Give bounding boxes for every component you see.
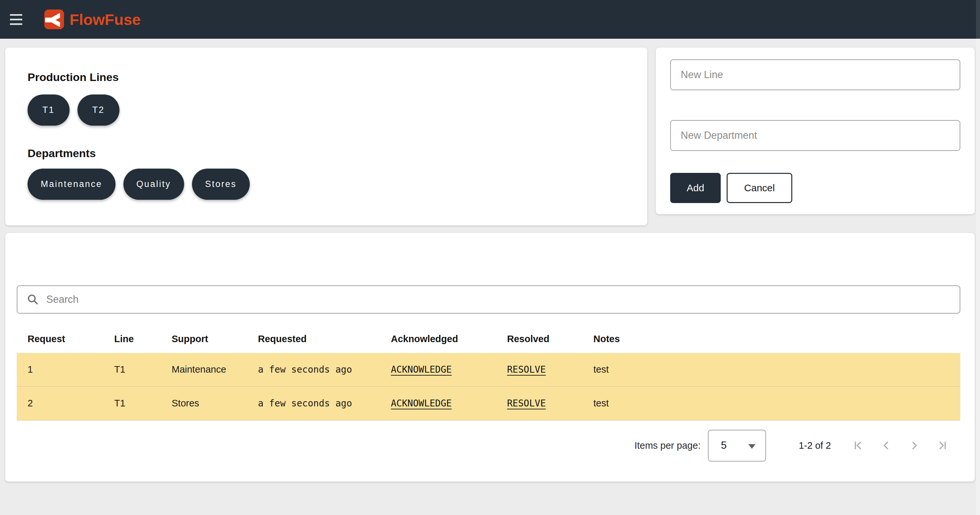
chip-quality[interactable]: Quality [123,168,184,200]
new-line-input[interactable] [670,59,960,90]
chip-t1[interactable]: T1 [27,94,70,126]
caret-down-icon [748,444,756,449]
app-title: FlowFuse [70,11,141,29]
pagination-controls [852,440,948,451]
search-input[interactable] [46,286,960,313]
hamburger-icon [10,14,22,16]
acknowledge-link[interactable]: ACKNOWLEDGE [391,364,452,375]
add-button[interactable]: Add [670,173,721,203]
new-department-input[interactable] [670,120,960,151]
resolve-link[interactable]: RESOLVE [507,364,546,375]
last-page-icon [937,440,948,451]
last-page-button[interactable] [937,440,948,451]
chevron-right-icon [909,440,920,451]
next-page-button[interactable] [908,440,920,451]
table-footer: Items per page: 5 1-2 of 2 [635,429,948,462]
scrollbar-track[interactable] [976,39,980,515]
cell-request: 2 [17,398,103,409]
form-buttons: Add Cancel [670,173,960,203]
first-page-icon [852,440,864,451]
chip-maintenance[interactable]: Maintenance [27,168,116,200]
acknowledge-link[interactable]: ACKNOWLEDGE [391,398,452,409]
cell-request: 1 [17,364,103,375]
column-header-requested: Requested [247,334,380,345]
items-per-page-value: 5 [721,440,727,451]
production-lines-card: Production Lines T1 T2 Departments Maint… [5,48,647,225]
column-header-request: Request [17,334,103,345]
resolve-link[interactable]: RESOLVE [507,398,546,409]
requests-table-card: Request Line Support Requested Acknowled… [5,233,975,482]
cell-notes: test [582,364,960,375]
column-header-line: Line [103,334,161,345]
chip-t2[interactable]: T2 [78,94,119,126]
page-range-label: 1-2 of 2 [799,440,831,451]
magnifier-icon [27,293,39,306]
department-chip-row: Maintenance Quality Stores [27,168,647,200]
app-header: FlowFuse [0,0,980,39]
column-header-support: Support [161,334,247,345]
scrollbar-header-strip [976,0,980,39]
first-page-button[interactable] [852,440,864,451]
cell-line: T1 [103,364,161,375]
production-lines-title: Production Lines [27,70,647,84]
menu-button[interactable] [10,13,23,26]
flowfuse-logo: FlowFuse [44,9,141,30]
table-header-row: Request Line Support Requested Acknowled… [17,325,960,353]
line-chip-row: T1 T2 [27,94,647,126]
items-per-page-select[interactable]: 5 [708,430,766,461]
cancel-button[interactable]: Cancel [727,173,792,203]
cell-support: Stores [161,398,247,409]
table-body: 1 T1 Maintenance a few seconds ago ACKNO… [17,353,960,421]
table-row: 2 T1 Stores a few seconds ago ACKNOWLEDG… [17,387,960,421]
cell-requested: a few seconds ago [247,364,380,375]
cell-line: T1 [103,398,161,409]
departments-title: Departments [27,147,647,160]
chip-stores[interactable]: Stores [192,168,250,200]
cell-support: Maintenance [161,364,247,375]
cell-notes: test [582,398,960,409]
cell-requested: a few seconds ago [247,398,380,409]
table-row: 1 T1 Maintenance a few seconds ago ACKNO… [17,353,960,387]
column-header-resolved: Resolved [496,334,582,345]
add-form-card: Add Cancel [656,48,975,214]
search-bar [17,285,960,313]
column-header-notes: Notes [582,334,960,345]
previous-page-button[interactable] [880,440,892,451]
items-per-page-label: Items per page: [635,440,701,451]
flowfuse-logo-icon [44,9,64,30]
column-header-acknowledged: Acknowledged [380,334,496,345]
chevron-left-icon [881,440,892,451]
